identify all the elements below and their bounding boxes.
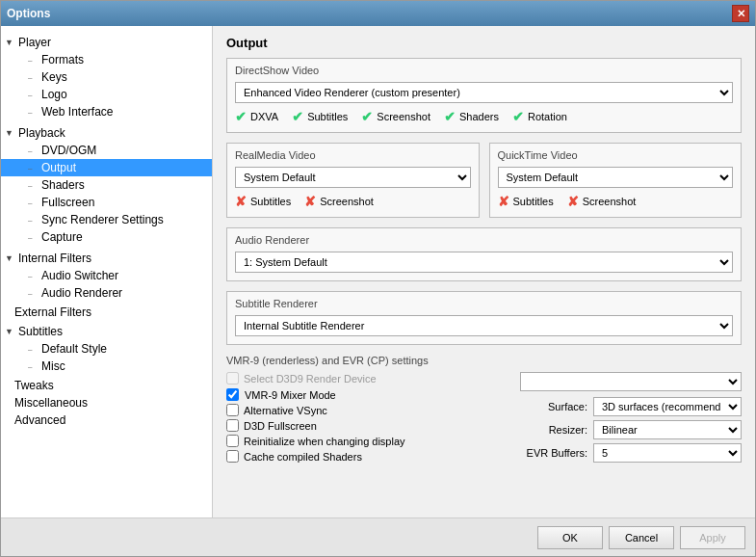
subtitles-label-ds: Subtitles	[307, 111, 348, 122]
vsync-checkbox[interactable]	[226, 404, 239, 416]
sidebar-item-external-filters[interactable]: External Filters	[1, 304, 212, 321]
d3d-fullscreen-label: D3D Fullscreen	[244, 420, 317, 432]
d3d-full-row: D3D Fullscreen	[226, 419, 510, 432]
vsync-label: Alternative VSync	[244, 405, 327, 416]
sidebar-item-shaders[interactable]: – Shaders	[1, 176, 212, 194]
directshow-title: DirectShow Video	[235, 65, 733, 76]
sidebar-item-misc-sub[interactable]: – Misc	[1, 358, 212, 375]
sidebar-item-keys[interactable]: – Keys	[1, 68, 212, 86]
audio-renderer-title: Audio Renderer	[235, 234, 733, 246]
dxva-checkmark: ✔	[235, 109, 247, 124]
screenshot-checkmark-ds: ✔	[361, 109, 373, 124]
sidebar-item-subtitles-label: Subtitles	[18, 325, 63, 338]
tree-group-internal-filters: ▼ Internal Filters – Audio Switcher – Au…	[1, 248, 212, 304]
dot-keys: –	[28, 73, 39, 82]
resizer-select-container: Bilinear	[593, 420, 742, 439]
dot-audio-switcher: –	[28, 272, 39, 280]
subtitles-checkmark-ds: ✔	[292, 109, 303, 124]
sidebar-item-tweaks[interactable]: Tweaks	[1, 377, 212, 394]
surface-label: Surface:	[520, 401, 587, 412]
dot-capture: –	[28, 233, 39, 242]
sidebar-item-audio-switcher[interactable]: – Audio Switcher	[1, 267, 212, 284]
dot-web: –	[28, 108, 39, 117]
subtitles-label-qt: Subtitles	[513, 196, 554, 207]
directshow-select[interactable]: Enhanced Video Renderer (custom presente…	[235, 82, 733, 103]
rotation-label-ds: Rotation	[528, 111, 567, 122]
dot-sync: –	[28, 216, 39, 225]
dot-logo: –	[28, 91, 39, 99]
d3d9-select[interactable]	[520, 372, 742, 391]
sidebar-item-advanced[interactable]: Advanced	[1, 411, 212, 429]
subtitles-check-item-rm: ✘ Subtitles	[235, 194, 291, 209]
quicktime-select[interactable]: System Default	[498, 167, 734, 188]
media-row: RealMedia Video System Default ✘ Subtitl…	[226, 143, 742, 227]
surface-row: Surface: 3D surfaces (recommended)	[520, 397, 742, 416]
sidebar-item-playback[interactable]: ▼ Playback	[1, 124, 212, 142]
quicktime-group: QuickTime Video System Default ✘ Subtitl…	[489, 143, 743, 218]
close-button[interactable]: ✕	[732, 5, 749, 22]
screenshot-label-ds: Screenshot	[377, 111, 430, 122]
sidebar-item-fullscreen[interactable]: – Fullscreen	[1, 194, 212, 211]
sidebar-item-audio-renderer-filter[interactable]: – Audio Renderer	[1, 284, 212, 302]
sidebar-item-internal-filters[interactable]: ▼ Internal Filters	[1, 250, 212, 267]
subtitles-checkmark-qt: ✘	[498, 194, 509, 209]
evr-buffers-select-container: 5	[593, 443, 742, 463]
sidebar-item-default-style[interactable]: – Default Style	[1, 340, 212, 358]
dot-fullscreen: –	[28, 199, 39, 207]
subtitle-renderer-select[interactable]: Internal Subtitle Renderer	[235, 315, 733, 336]
apply-button[interactable]: Apply	[680, 526, 745, 549]
d3d9-label: Select D3D9 Render Device	[244, 373, 377, 385]
sidebar-item-subtitles[interactable]: ▼ Subtitles	[1, 323, 212, 340]
vmr9-mixer-label: VMR-9 Mixer Mode	[245, 389, 336, 401]
surface-select-container: 3D surfaces (recommended)	[593, 397, 742, 416]
dot-dvd: –	[28, 146, 39, 155]
reinit-label: Reinitialize when changing display	[244, 436, 405, 447]
sidebar-item-web-interface[interactable]: – Web Interface	[1, 103, 212, 120]
sidebar-item-miscellaneous[interactable]: Miscellaneous	[1, 394, 212, 411]
evr-buffers-select[interactable]: 5	[593, 443, 742, 463]
evr-buffers-row: EVR Buffers: 5	[520, 443, 742, 463]
d3d9-checkbox[interactable]	[226, 372, 239, 385]
subtitles-label-rm: Subtitles	[250, 196, 291, 207]
reinit-checkbox[interactable]	[226, 435, 239, 447]
quicktime-checks: ✘ Subtitles ✘ Screenshot	[498, 194, 734, 209]
dot-audio-renderer-filter: –	[28, 289, 39, 298]
sidebar-item-dvd-ogm[interactable]: – DVD/OGM	[1, 142, 212, 159]
expand-arrow-subtitles: ▼	[5, 327, 18, 336]
dot-formats: –	[28, 56, 39, 65]
sidebar-item-capture[interactable]: – Capture	[1, 228, 212, 246]
tree-group-playback: ▼ Playback – DVD/OGM – Output – Shaders …	[1, 122, 212, 248]
vmr9-mixer-checkbox[interactable]	[226, 388, 239, 401]
screenshot-check-item-qt: ✘ Screenshot	[567, 194, 637, 209]
cache-label: Cache compiled Shaders	[244, 451, 362, 463]
sidebar-item-player[interactable]: ▼ Player	[1, 34, 212, 51]
screenshot-checkmark-rm: ✘	[304, 194, 316, 209]
audio-renderer-select[interactable]: 1: System Default	[235, 252, 733, 273]
surface-select[interactable]: 3D surfaces (recommended)	[593, 397, 742, 416]
dot-misc-sub: –	[28, 362, 39, 371]
d3d-fullscreen-checkbox[interactable]	[226, 419, 239, 432]
sidebar-item-player-label: Player	[18, 36, 51, 49]
dialog-title: Options	[7, 7, 50, 20]
sidebar-item-formats[interactable]: – Formats	[1, 51, 212, 68]
cache-row: Cache compiled Shaders	[226, 450, 510, 463]
dot-output: –	[28, 164, 39, 172]
screenshot-label-qt: Screenshot	[583, 196, 637, 207]
tree-group-player: ▼ Player – Formats – Keys – Logo – Web	[1, 32, 212, 122]
realmedia-select[interactable]: System Default	[235, 167, 471, 188]
sidebar-item-output[interactable]: – Output	[1, 159, 212, 176]
shaders-label-ds: Shaders	[459, 111, 499, 122]
cancel-button[interactable]: Cancel	[609, 526, 674, 549]
sidebar-item-playback-label: Playback	[18, 126, 65, 140]
rotation-check-item-ds: ✔ Rotation	[512, 109, 567, 124]
resizer-select[interactable]: Bilinear	[593, 420, 742, 439]
ok-button[interactable]: OK	[537, 526, 603, 549]
page-title: Output	[226, 36, 742, 50]
dot-default-style: –	[28, 345, 39, 354]
quicktime-title: QuickTime Video	[498, 149, 734, 161]
sidebar-item-sync-renderer[interactable]: – Sync Renderer Settings	[1, 211, 212, 228]
subtitle-renderer-title: Subtitle Renderer	[235, 298, 733, 309]
sidebar-item-logo[interactable]: – Logo	[1, 86, 212, 103]
dxva-label: DXVA	[250, 111, 278, 122]
cache-checkbox[interactable]	[226, 450, 239, 463]
